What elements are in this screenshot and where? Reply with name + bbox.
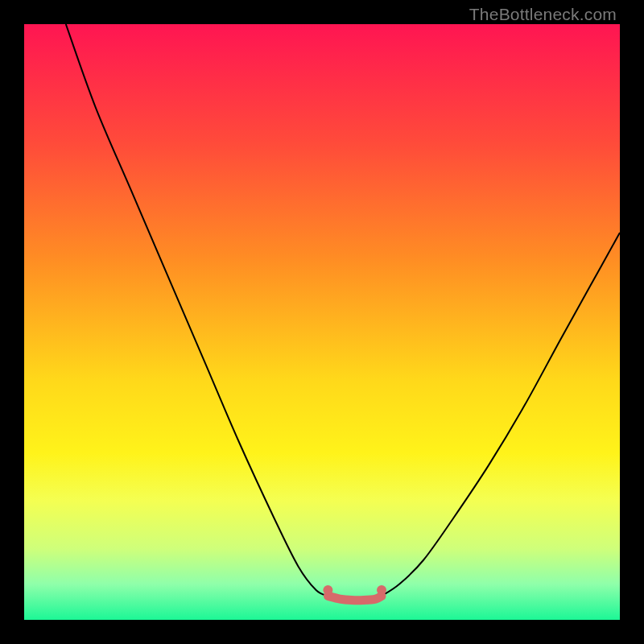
optimal-start-marker [323,585,332,595]
plot-area [24,24,620,620]
right-curve-path [382,233,620,596]
optimal-band-path [328,596,382,600]
left-curve-path [66,24,328,596]
optimal-end-marker [377,585,386,595]
bottleneck-curve [24,24,620,620]
chart-frame: TheBottleneck.com [0,0,644,644]
watermark-text: TheBottleneck.com [469,5,617,24]
